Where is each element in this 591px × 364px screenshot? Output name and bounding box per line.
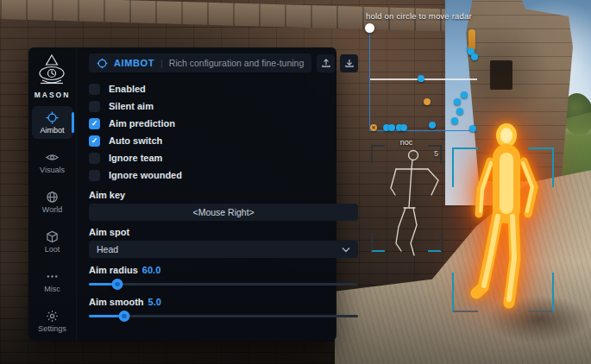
checkbox-label: Enabled xyxy=(109,84,146,94)
checkbox-label: Ignore wounded xyxy=(109,170,182,180)
sidebar-item-loot[interactable]: Loot xyxy=(32,225,73,258)
checkbox-box[interactable] xyxy=(89,153,100,164)
aim-spot-label: Aim spot xyxy=(89,227,358,237)
checkbox-label: Aim prediction xyxy=(109,118,175,129)
eye-icon xyxy=(46,151,59,164)
radar-dot-blue xyxy=(418,75,424,82)
esp-bracket-corner xyxy=(528,273,554,312)
crosshair-icon xyxy=(46,111,59,124)
aim-smooth-label-row: Aim smooth5.0 xyxy=(89,297,358,307)
radar-dot-blue xyxy=(429,122,436,129)
radar-dot-blue xyxy=(388,124,395,131)
sidebar-item-label: Visuals xyxy=(40,166,65,174)
checkbox-label: Ignore team xyxy=(109,153,162,163)
checkbox-list: Enabled Silent aim Aim prediction Auto s… xyxy=(89,80,358,184)
checkbox-aim-prediction[interactable]: Aim prediction xyxy=(89,115,358,132)
checkbox-label: Silent aim xyxy=(109,101,154,111)
sidebar-item-label: Misc xyxy=(44,285,60,293)
slider-label: Aim smooth xyxy=(89,297,144,307)
export-config-button[interactable] xyxy=(317,54,335,72)
checkbox-box[interactable] xyxy=(89,135,100,147)
skeleton-esp xyxy=(373,147,443,257)
radar-dot-blue xyxy=(461,91,468,98)
slider-thumb[interactable] xyxy=(118,311,129,322)
slider-thumb[interactable] xyxy=(112,279,123,290)
checkbox-box[interactable] xyxy=(89,170,100,181)
checkbox-silent-aim[interactable]: Silent aim xyxy=(89,97,358,115)
radar-dot-blue xyxy=(456,108,463,115)
radar xyxy=(369,28,477,131)
brand-name: MASON xyxy=(35,91,71,99)
eye-logo-icon xyxy=(35,53,68,88)
aim-radius-label-row: Aim radius60.0 xyxy=(89,265,358,275)
sidebar-item-misc[interactable]: Misc xyxy=(32,265,73,298)
radar-dot-blue xyxy=(454,98,461,105)
aim-smooth-block: Aim smooth5.0 xyxy=(89,297,358,322)
tab-title: AIMBOT xyxy=(114,58,154,68)
sidebar-item-label: Settings xyxy=(38,324,66,333)
download-icon xyxy=(344,58,355,68)
esp-bracket-corner xyxy=(452,147,478,187)
radar-dot-blue xyxy=(451,117,458,124)
import-config-button[interactable] xyxy=(340,54,358,72)
globe-icon xyxy=(46,191,59,204)
chevron-down-icon xyxy=(342,247,350,253)
checkbox-box[interactable] xyxy=(89,118,100,129)
sidebar-item-label: Loot xyxy=(45,245,60,254)
checkbox-auto-switch[interactable]: Auto switch xyxy=(89,132,358,149)
checkbox-enabled[interactable]: Enabled xyxy=(89,80,358,97)
checkbox-ignore-wounded[interactable]: Ignore wounded xyxy=(89,166,358,184)
gear-icon xyxy=(46,310,59,323)
sidebar-item-aimbot[interactable]: Aimbot xyxy=(32,106,73,139)
sidebar: MASON Aimbot Visuals xyxy=(28,47,77,341)
slider-track[interactable] xyxy=(89,283,358,286)
checkbox-box[interactable] xyxy=(89,101,100,112)
aim-key-label: Aim key xyxy=(89,190,358,200)
ellipsis-icon xyxy=(46,270,59,283)
checkbox-box[interactable] xyxy=(89,84,100,95)
slider-label: Aim radius xyxy=(89,265,138,275)
cheat-menu-window: MASON Aimbot Visuals xyxy=(28,47,336,341)
radar-dot-blue xyxy=(469,125,476,132)
aim-radius-slider[interactable] xyxy=(89,278,358,290)
tab-subtitle: Rich configuration and fine-tuning xyxy=(169,58,304,68)
esp-bracket-corner xyxy=(452,273,478,312)
world-marker-dot xyxy=(471,53,478,60)
aim-target-icon xyxy=(97,58,108,69)
sidebar-item-label: World xyxy=(42,205,62,214)
crate-icon xyxy=(46,230,59,243)
checkbox-ignore-team[interactable]: Ignore team xyxy=(89,149,358,166)
sidebar-item-visuals[interactable]: Visuals xyxy=(32,146,73,179)
radar-dot-orange xyxy=(424,98,431,105)
aim-radius-block: Aim radius60.0 xyxy=(89,265,358,290)
radar-tooltip: hold on circle to move radar xyxy=(366,11,472,21)
brand-logo: MASON xyxy=(35,53,71,99)
tab-header-field: AIMBOT | Rich configuration and fine-tun… xyxy=(89,53,311,72)
aim-spot-select[interactable]: Head xyxy=(89,241,358,258)
upload-icon xyxy=(321,58,331,68)
game-scene: noc 5 hold on circle to move radar xyxy=(0,0,591,364)
header-separator: | xyxy=(160,58,163,68)
radar-drag-handle[interactable] xyxy=(365,23,374,33)
aim-spot-value: Head xyxy=(97,244,118,254)
checkbox-label: Auto switch xyxy=(109,135,162,146)
slider-value: 5.0 xyxy=(148,297,161,307)
sidebar-item-label: Aimbot xyxy=(40,126,64,135)
radar-dot-blue xyxy=(400,124,407,131)
aim-smooth-slider[interactable] xyxy=(89,310,358,322)
sidebar-item-world[interactable]: World xyxy=(32,185,73,218)
esp-bracket-corner xyxy=(528,147,554,187)
slider-value: 60.0 xyxy=(142,265,160,275)
aim-key-button[interactable]: <Mouse Right> xyxy=(89,204,358,221)
sidebar-item-settings[interactable]: Settings xyxy=(32,304,73,337)
menu-header: AIMBOT | Rich configuration and fine-tun… xyxy=(89,53,358,72)
menu-content: AIMBOT | Rich configuration and fine-tun… xyxy=(77,47,371,341)
